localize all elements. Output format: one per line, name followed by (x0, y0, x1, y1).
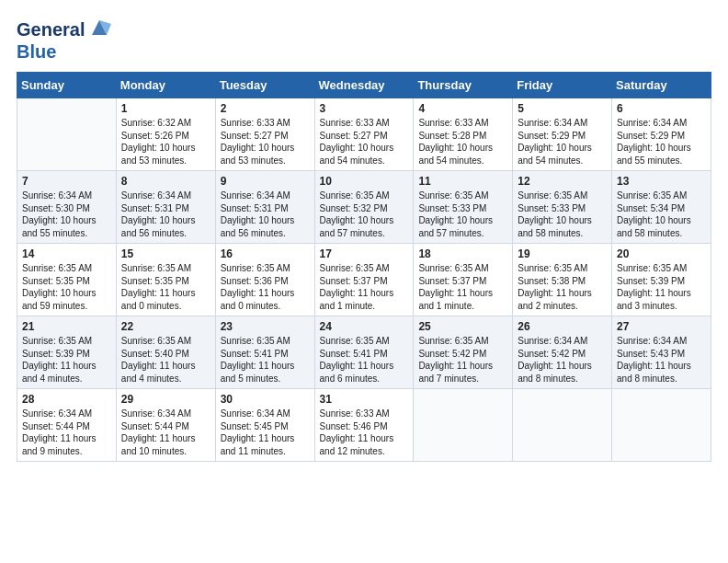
header-tuesday: Tuesday (215, 73, 314, 98)
day-number: 16 (221, 247, 311, 260)
calendar-cell (414, 389, 513, 462)
calendar-cell: 16Sunrise: 6:35 AM Sunset: 5:36 PM Dayli… (215, 244, 314, 316)
calendar-cell (513, 389, 612, 462)
cell-info: Sunrise: 6:34 AM Sunset: 5:29 PM Dayligh… (617, 117, 707, 167)
day-number: 25 (418, 320, 508, 333)
calendar-cell: 17Sunrise: 6:35 AM Sunset: 5:37 PM Dayli… (314, 244, 414, 316)
header-sunday: Sunday (17, 73, 117, 98)
calendar-cell (612, 389, 711, 462)
calendar-cell: 5Sunrise: 6:34 AM Sunset: 5:29 PM Daylig… (513, 98, 612, 171)
day-number: 7 (22, 175, 112, 188)
day-number: 10 (320, 175, 410, 188)
cell-info: Sunrise: 6:34 AM Sunset: 5:43 PM Dayligh… (617, 335, 707, 385)
cell-info: Sunrise: 6:35 AM Sunset: 5:35 PM Dayligh… (22, 262, 112, 312)
cell-info: Sunrise: 6:35 AM Sunset: 5:34 PM Dayligh… (617, 190, 707, 239)
calendar-table: SundayMondayTuesdayWednesdayThursdayFrid… (17, 72, 711, 462)
calendar-cell: 13Sunrise: 6:35 AM Sunset: 5:34 PM Dayli… (612, 171, 711, 244)
cell-info: Sunrise: 6:34 AM Sunset: 5:31 PM Dayligh… (221, 190, 311, 239)
cell-info: Sunrise: 6:35 AM Sunset: 5:41 PM Dayligh… (221, 335, 311, 385)
day-number: 30 (221, 393, 311, 406)
day-number: 13 (617, 175, 707, 188)
cell-info: Sunrise: 6:32 AM Sunset: 5:26 PM Dayligh… (121, 117, 211, 167)
cell-info: Sunrise: 6:35 AM Sunset: 5:35 PM Dayligh… (121, 262, 211, 312)
day-number: 18 (418, 247, 508, 260)
day-number: 14 (22, 247, 112, 260)
day-number: 23 (221, 320, 311, 333)
calendar-cell: 24Sunrise: 6:35 AM Sunset: 5:41 PM Dayli… (314, 316, 414, 389)
header-saturday: Saturday (612, 73, 711, 98)
logo-icon (87, 17, 111, 40)
header-friday: Friday (513, 73, 612, 98)
cell-info: Sunrise: 6:34 AM Sunset: 5:31 PM Dayligh… (121, 190, 211, 239)
day-number: 11 (418, 175, 508, 188)
cell-info: Sunrise: 6:33 AM Sunset: 5:46 PM Dayligh… (320, 408, 410, 457)
calendar-cell: 19Sunrise: 6:35 AM Sunset: 5:38 PM Dayli… (513, 244, 612, 316)
week-row-1: 1Sunrise: 6:32 AM Sunset: 5:26 PM Daylig… (17, 98, 711, 171)
calendar-cell: 9Sunrise: 6:34 AM Sunset: 5:31 PM Daylig… (215, 171, 314, 244)
calendar-cell: 21Sunrise: 6:35 AM Sunset: 5:39 PM Dayli… (17, 316, 117, 389)
day-number: 19 (518, 247, 608, 260)
day-number: 6 (617, 102, 707, 115)
calendar-cell: 25Sunrise: 6:35 AM Sunset: 5:42 PM Dayli… (414, 316, 513, 389)
day-number: 12 (518, 175, 608, 188)
cell-info: Sunrise: 6:34 AM Sunset: 5:29 PM Dayligh… (518, 117, 608, 167)
day-number: 4 (418, 102, 508, 115)
day-number: 26 (518, 320, 608, 333)
day-number: 1 (121, 102, 211, 115)
cell-info: Sunrise: 6:35 AM Sunset: 5:42 PM Dayligh… (418, 335, 508, 385)
cell-info: Sunrise: 6:35 AM Sunset: 5:36 PM Dayligh… (221, 262, 311, 312)
calendar-cell: 23Sunrise: 6:35 AM Sunset: 5:41 PM Dayli… (215, 316, 314, 389)
day-number: 28 (22, 393, 112, 406)
cell-info: Sunrise: 6:35 AM Sunset: 5:37 PM Dayligh… (320, 262, 410, 312)
cell-info: Sunrise: 6:35 AM Sunset: 5:32 PM Dayligh… (320, 190, 410, 239)
day-number: 3 (320, 102, 410, 115)
calendar-cell: 26Sunrise: 6:34 AM Sunset: 5:42 PM Dayli… (513, 316, 612, 389)
calendar-cell: 28Sunrise: 6:34 AM Sunset: 5:44 PM Dayli… (17, 389, 117, 462)
week-row-5: 28Sunrise: 6:34 AM Sunset: 5:44 PM Dayli… (17, 389, 711, 462)
header-wednesday: Wednesday (314, 73, 414, 98)
calendar-cell: 27Sunrise: 6:34 AM Sunset: 5:43 PM Dayli… (612, 316, 711, 389)
calendar-cell: 7Sunrise: 6:34 AM Sunset: 5:30 PM Daylig… (17, 171, 117, 244)
cell-info: Sunrise: 6:35 AM Sunset: 5:39 PM Dayligh… (22, 335, 112, 385)
logo-blue (111, 19, 117, 40)
calendar-cell: 18Sunrise: 6:35 AM Sunset: 5:37 PM Dayli… (414, 244, 513, 316)
cell-info: Sunrise: 6:34 AM Sunset: 5:30 PM Dayligh… (22, 190, 112, 239)
cell-info: Sunrise: 6:34 AM Sunset: 5:42 PM Dayligh… (518, 335, 608, 385)
day-number: 24 (320, 320, 410, 333)
calendar-cell: 14Sunrise: 6:35 AM Sunset: 5:35 PM Dayli… (17, 244, 117, 316)
calendar-cell: 29Sunrise: 6:34 AM Sunset: 5:44 PM Dayli… (116, 389, 215, 462)
day-number: 22 (121, 320, 211, 333)
header-thursday: Thursday (414, 73, 513, 98)
calendar-cell: 1Sunrise: 6:32 AM Sunset: 5:26 PM Daylig… (116, 98, 215, 171)
week-row-4: 21Sunrise: 6:35 AM Sunset: 5:39 PM Dayli… (17, 316, 711, 389)
day-number: 2 (221, 102, 311, 115)
calendar-cell: 6Sunrise: 6:34 AM Sunset: 5:29 PM Daylig… (612, 98, 711, 171)
day-number: 27 (617, 320, 707, 333)
cell-info: Sunrise: 6:33 AM Sunset: 5:27 PM Dayligh… (320, 117, 410, 167)
cell-info: Sunrise: 6:35 AM Sunset: 5:33 PM Dayligh… (518, 190, 608, 239)
cell-info: Sunrise: 6:33 AM Sunset: 5:28 PM Dayligh… (418, 117, 508, 167)
calendar-cell: 8Sunrise: 6:34 AM Sunset: 5:31 PM Daylig… (116, 171, 215, 244)
week-row-3: 14Sunrise: 6:35 AM Sunset: 5:35 PM Dayli… (17, 244, 711, 316)
page-header: General Blue (17, 17, 711, 63)
day-number: 8 (121, 175, 211, 188)
cell-info: Sunrise: 6:33 AM Sunset: 5:27 PM Dayligh… (221, 117, 311, 167)
calendar-header-row: SundayMondayTuesdayWednesdayThursdayFrid… (17, 73, 711, 98)
calendar-cell: 4Sunrise: 6:33 AM Sunset: 5:28 PM Daylig… (414, 98, 513, 171)
calendar-cell: 30Sunrise: 6:34 AM Sunset: 5:45 PM Dayli… (215, 389, 314, 462)
calendar-cell: 11Sunrise: 6:35 AM Sunset: 5:33 PM Dayli… (414, 171, 513, 244)
day-number: 20 (617, 247, 707, 260)
calendar-cell (17, 98, 117, 171)
calendar-cell: 31Sunrise: 6:33 AM Sunset: 5:46 PM Dayli… (314, 389, 414, 462)
calendar-cell: 10Sunrise: 6:35 AM Sunset: 5:32 PM Dayli… (314, 171, 414, 244)
day-number: 21 (22, 320, 112, 333)
cell-info: Sunrise: 6:35 AM Sunset: 5:38 PM Dayligh… (518, 262, 608, 312)
cell-info: Sunrise: 6:34 AM Sunset: 5:44 PM Dayligh… (121, 408, 211, 457)
cell-info: Sunrise: 6:35 AM Sunset: 5:33 PM Dayligh… (418, 190, 508, 239)
day-number: 5 (518, 102, 608, 115)
header-monday: Monday (116, 73, 215, 98)
calendar-cell: 3Sunrise: 6:33 AM Sunset: 5:27 PM Daylig… (314, 98, 414, 171)
cell-info: Sunrise: 6:34 AM Sunset: 5:45 PM Dayligh… (221, 408, 311, 457)
day-number: 9 (221, 175, 311, 188)
cell-info: Sunrise: 6:35 AM Sunset: 5:37 PM Dayligh… (418, 262, 508, 312)
